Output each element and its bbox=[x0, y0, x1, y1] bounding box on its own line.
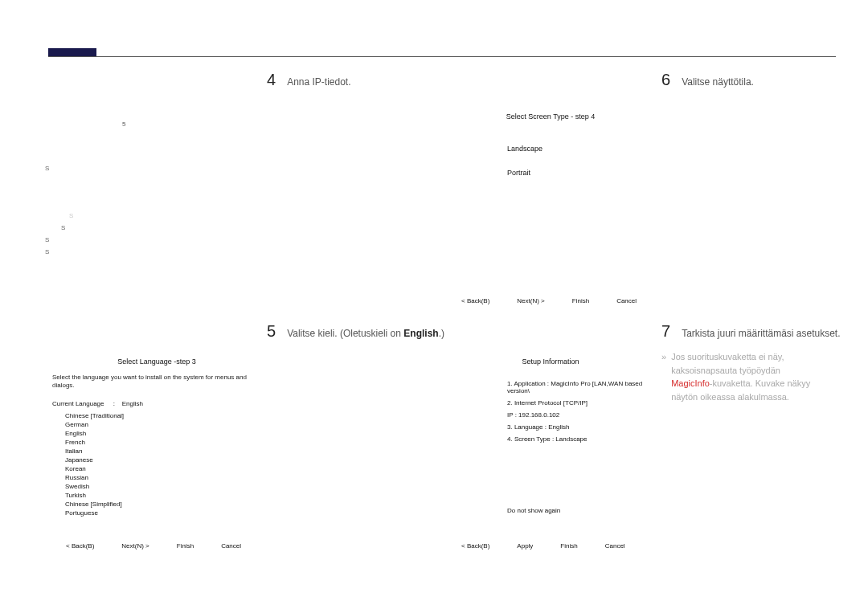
lang-item[interactable]: Russian bbox=[65, 474, 261, 481]
left-marks-column: S S S S S bbox=[45, 112, 246, 255]
lang-item[interactable]: Japanese bbox=[65, 456, 261, 464]
step-4-heading: 4 Anna IP-tiedot. bbox=[267, 71, 351, 89]
screen-type-landscape[interactable]: Landscape bbox=[507, 145, 655, 153]
note-line-3-rest: -kuvaketta. Kuvake näkyy bbox=[710, 378, 810, 388]
lang-dialog-desc: Select the language you want to install … bbox=[52, 374, 261, 390]
step-5-bold: English bbox=[403, 328, 438, 339]
setup-info-buttons: < Back(B) Apply Finish Cancel bbox=[461, 542, 625, 550]
back-button[interactable]: < Back(B) bbox=[66, 542, 94, 550]
header-accent bbox=[48, 48, 96, 56]
lang-item[interactable]: Swedish bbox=[65, 483, 261, 490]
setup-row-screen: 4. Screen Type : Landscape bbox=[507, 435, 655, 443]
step-5-number: 5 bbox=[267, 322, 276, 341]
left-mark-s-faint: S bbox=[69, 212, 246, 219]
cancel-button[interactable]: Cancel bbox=[221, 542, 241, 550]
setup-row-app: 1. Application : MagicInfo Pro [LAN,WAN … bbox=[507, 380, 655, 394]
note-line-1: Jos suorituskuvaketta ei näy, bbox=[671, 350, 810, 364]
lang-item[interactable]: German bbox=[65, 421, 261, 428]
note-line-2: kaksoisnapsauta työpöydän bbox=[671, 364, 810, 378]
page: 5 S S S S S 4 Anna IP-tiedot. 5 Valitse … bbox=[0, 0, 868, 613]
screen-type-portrait[interactable]: Portrait bbox=[507, 169, 655, 177]
step-6-heading: 6 Valitse näyttötila. bbox=[661, 71, 754, 89]
step-4-number: 4 bbox=[267, 71, 276, 89]
cancel-button[interactable]: Cancel bbox=[616, 297, 637, 304]
lang-current-value: English bbox=[122, 400, 143, 407]
left-mark-s4: S bbox=[45, 248, 246, 255]
lang-current-label: Current Language bbox=[52, 400, 104, 407]
note-highlight: MagicInfo bbox=[671, 378, 710, 388]
left-mark-s1: S bbox=[45, 165, 246, 172]
lang-item[interactable]: English bbox=[65, 430, 261, 437]
header-rule bbox=[48, 48, 836, 57]
screen-type-title: Select Screen Type - step 4 bbox=[446, 112, 655, 121]
setup-row-ip-proto: 2. Internet Protocol [TCP/IP] bbox=[507, 399, 655, 407]
do-not-show-checkbox[interactable]: Do not show again bbox=[507, 507, 655, 514]
select-language-dialog: Select Language -step 3 Select the langu… bbox=[52, 358, 261, 518]
lang-dialog-buttons: < Back(B) Next(N) > Finish Cancel bbox=[66, 542, 241, 550]
note-line-4: näytön oikeassa alakulmassa. bbox=[671, 390, 810, 404]
step-6-number: 6 bbox=[661, 71, 670, 89]
lang-item[interactable]: Chinese [Traditional] bbox=[65, 412, 261, 419]
screen-type-buttons: < Back(B) Next(N) > Finish Cancel bbox=[461, 297, 637, 304]
step-5-suffix: .) bbox=[439, 328, 444, 339]
lang-item[interactable]: Chinese [Simplified] bbox=[65, 501, 261, 508]
note-bullet: » bbox=[661, 350, 666, 403]
lang-item[interactable]: Portuguese bbox=[65, 509, 261, 517]
back-button[interactable]: < Back(B) bbox=[461, 297, 489, 304]
step-5-text: Valitse kieli. (Oletuskieli on English.) bbox=[287, 328, 444, 339]
lang-item[interactable]: Turkish bbox=[65, 492, 261, 499]
note-block: » Jos suorituskuvaketta ei näy, kaksoisn… bbox=[661, 350, 830, 403]
language-list[interactable]: Chinese [Traditional] German English Fre… bbox=[65, 412, 261, 517]
step-7-text: Tarkista juuri määrittämäsi asetukset. bbox=[682, 328, 840, 339]
step-4-text: Anna IP-tiedot. bbox=[287, 76, 350, 88]
apply-button[interactable]: Apply bbox=[517, 542, 533, 550]
left-mark-s2: S bbox=[61, 224, 246, 231]
lang-item[interactable]: French bbox=[65, 439, 261, 446]
left-mark-s3: S bbox=[45, 236, 246, 243]
back-button[interactable]: < Back(B) bbox=[461, 542, 489, 550]
step-7-heading: 7 Tarkista juuri määrittämäsi asetukset. bbox=[661, 322, 841, 341]
step-5-prefix: Valitse kieli. (Oletuskieli on bbox=[287, 328, 403, 339]
step-6-text: Valitse näyttötila. bbox=[682, 76, 754, 88]
next-button[interactable]: Next(N) > bbox=[517, 297, 544, 304]
setup-info-title: Setup Information bbox=[446, 358, 655, 366]
lang-current-sep: : bbox=[113, 400, 115, 407]
next-button[interactable]: Next(N) > bbox=[121, 542, 149, 550]
finish-button[interactable]: Finish bbox=[177, 542, 194, 550]
lang-item[interactable]: Italian bbox=[65, 447, 261, 455]
finish-button[interactable]: Finish bbox=[560, 542, 577, 550]
setup-row-lang: 3. Language : English bbox=[507, 423, 655, 431]
setup-info-dialog: Setup Information 1. Application : Magic… bbox=[446, 358, 655, 514]
setup-row-ip: IP : 192.168.0.102 bbox=[507, 411, 655, 419]
screen-type-dialog: Select Screen Type - step 4 Landscape Po… bbox=[446, 112, 655, 193]
step-5-heading: 5 Valitse kieli. (Oletuskieli on English… bbox=[267, 322, 444, 341]
cancel-button[interactable]: Cancel bbox=[605, 542, 625, 550]
lang-item[interactable]: Korean bbox=[65, 465, 261, 472]
lang-current-row: Current Language : English bbox=[52, 400, 261, 407]
step-7-number: 7 bbox=[661, 322, 670, 341]
finish-button[interactable]: Finish bbox=[572, 297, 589, 304]
lang-dialog-title: Select Language -step 3 bbox=[52, 358, 261, 366]
